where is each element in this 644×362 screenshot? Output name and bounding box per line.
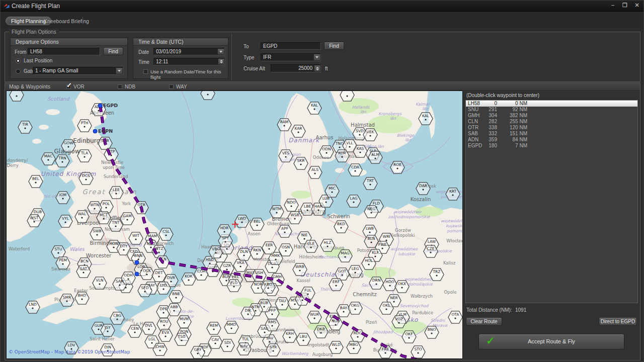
accept-route-fly-label: Accept Route & Fly <box>528 338 575 344</box>
title-bar: Create Flight Plan – ❐ ✕ <box>1 1 643 12</box>
waypoint-row-CLN[interactable]: CLN282255 NM <box>466 119 637 125</box>
close-button[interactable]: ✕ <box>633 2 640 9</box>
time-date-header: Time & Date (UTC) <box>133 38 228 46</box>
app-icon <box>3 3 10 10</box>
minimize-button[interactable]: – <box>609 2 616 9</box>
type-select[interactable]: IFR <box>261 53 321 61</box>
waypoint-row-EGPD[interactable]: EGPD1807 NM <box>466 143 637 149</box>
airport-label-EGPN: EGPN <box>98 128 113 134</box>
total-distance-value: 1091 <box>515 307 526 313</box>
waypoint-code: CLN <box>468 119 484 125</box>
waypoint-row-LH58[interactable]: LH5800 NM <box>466 101 637 107</box>
waypoint-bearing: 304 <box>484 113 497 119</box>
waypoint-distance: 255 NM <box>497 119 527 125</box>
from-find-button[interactable]: Find <box>103 47 123 55</box>
waypoint-distance: 382 NM <box>497 113 527 119</box>
clear-route-button[interactable]: Clear Route <box>466 317 502 326</box>
to-find-button[interactable]: Find <box>324 42 344 50</box>
airport-dot-EGPN[interactable] <box>93 129 98 134</box>
airport-dot-unnamed[interactable] <box>135 260 139 265</box>
map-waypoints-header: Map & Waypoints ✓ VOR NDB WAY <box>5 83 640 90</box>
tab-separator <box>83 17 83 25</box>
window-title: Create Flight Plan <box>12 3 60 10</box>
way-checkbox[interactable] <box>169 84 174 89</box>
cruise-alt-spinner-arrows-icon[interactable] <box>314 65 320 71</box>
last-position-label: Last Position <box>24 58 52 63</box>
waypoint-code: EGPD <box>468 143 484 149</box>
tab-strip: Flight Planning Kneeboard Briefing <box>1 12 643 28</box>
waypoint-code: GMH <box>468 113 484 119</box>
route-map[interactable]: ScotlandAberdeenEdinburghGlasgowNewcastl… <box>6 90 463 359</box>
waypoint-code: LH58 <box>468 101 484 107</box>
waypoint-row-OTR[interactable]: OTR338120 NM <box>466 125 637 131</box>
options-divider <box>231 34 232 80</box>
map-waypoints-title: Map & Waypoints <box>9 83 50 89</box>
from-input[interactable]: LH58 <box>28 48 100 55</box>
waypoint-list[interactable]: LH5800 NMSNU29192 NMGMH304382 NMCLN28225… <box>465 100 638 303</box>
waypoint-bearing: 291 <box>484 107 497 113</box>
waypoint-code: SNU <box>468 107 484 113</box>
type-label: Type <box>244 55 255 60</box>
time-spinner[interactable]: 12:11 <box>153 58 225 65</box>
from-label: From <box>15 49 26 55</box>
gate-select[interactable]: 1 - Ramp GA Small <box>33 67 123 75</box>
date-value: 03/01/2019 <box>156 49 181 54</box>
waypoint-distance: 151 NM <box>497 131 527 137</box>
last-position-radio[interactable] <box>16 58 21 63</box>
departure-options-group: Departure Options From LH58 Find Last Po… <box>10 38 128 79</box>
waypoint-bearing: 282 <box>484 119 497 125</box>
gate-select-arrow-icon[interactable] <box>116 68 122 74</box>
total-distance-label: Total Distance (NM): <box>466 307 512 313</box>
random-datetime-label: Use a Random Date/Time for this flight <box>150 69 228 80</box>
waypoint-distance: 7 NM <box>497 143 527 149</box>
accept-route-fly-button[interactable]: ✓ Accept Route & Fly <box>478 334 624 349</box>
type-select-arrow-icon[interactable] <box>313 54 320 60</box>
vor-check-icon: ✓ <box>66 81 72 89</box>
waypoint-bearing: 359 <box>484 137 497 143</box>
waypoint-bearing: 338 <box>484 125 497 131</box>
direct-to-button[interactable]: Direct to EGPD <box>599 317 637 326</box>
map-attribution: © OpenStreetMap - Map data ©2019 OpenStr… <box>9 349 130 354</box>
date-label: Date <box>138 49 149 55</box>
waypoint-distance: 0 NM <box>497 101 527 107</box>
map-cursor-icon <box>234 221 235 228</box>
departure-options-header: Departure Options <box>11 38 127 46</box>
waypoint-bearing: 180 <box>484 143 497 149</box>
waypoint-row-ADN[interactable]: ADN35984 NM <box>466 137 637 143</box>
to-label: To <box>244 44 249 49</box>
airport-dot-EGPD[interactable] <box>98 104 103 108</box>
cruise-alt-unit: ft <box>325 66 328 71</box>
to-input[interactable]: EGPD <box>261 42 321 50</box>
date-select[interactable]: 03/01/2019 <box>153 48 225 55</box>
airport-dot-unnamed[interactable] <box>135 272 139 277</box>
way-label: WAY <box>176 84 187 89</box>
waypoint-row-SNU[interactable]: SNU29192 NM <box>466 107 637 113</box>
waypoint-code: OTR <box>468 125 484 131</box>
maximize-button[interactable]: ❐ <box>621 2 628 9</box>
accept-check-icon: ✓ <box>486 335 495 347</box>
time-label: Time <box>138 59 149 65</box>
random-datetime-checkbox[interactable] <box>143 69 148 74</box>
vor-checkbox[interactable]: ✓ <box>66 84 71 89</box>
date-select-arrow-icon[interactable] <box>217 49 224 54</box>
waypoint-distance: 92 NM <box>497 107 527 113</box>
cruise-alt-label: Cruise Alt <box>244 66 265 71</box>
waypoint-code: ADN <box>468 137 484 143</box>
waypoint-distance: 84 NM <box>497 137 527 143</box>
waypoint-bearing: 332 <box>484 131 497 137</box>
vor-label: VOR <box>73 84 85 89</box>
airport-label-EGPD: EGPD <box>103 103 118 108</box>
time-spinner-arrows-icon[interactable] <box>218 59 224 64</box>
cruise-alt-spinner[interactable]: 25000 <box>271 64 321 72</box>
ndb-checkbox[interactable] <box>118 84 122 89</box>
gate-radio[interactable] <box>16 69 21 74</box>
waypoint-bearing: 0 <box>484 101 497 107</box>
waypoint-row-GMH[interactable]: GMH304382 NM <box>466 113 637 119</box>
gate-select-value: 1 - Ramp GA Small <box>35 68 78 73</box>
waypoint-code: SAB <box>468 131 484 137</box>
waypoint-row-SAB[interactable]: SAB332151 NM <box>466 131 637 137</box>
time-value: 12:11 <box>156 59 168 64</box>
map-waypoints-group: Map & Waypoints ✓ VOR NDB WAY <box>5 82 640 360</box>
waypoint-hint: (Double-click waypoint to center) <box>466 93 539 98</box>
create-flight-plan-window: Create Flight Plan – ❐ ✕ Flight Planning… <box>0 0 644 362</box>
